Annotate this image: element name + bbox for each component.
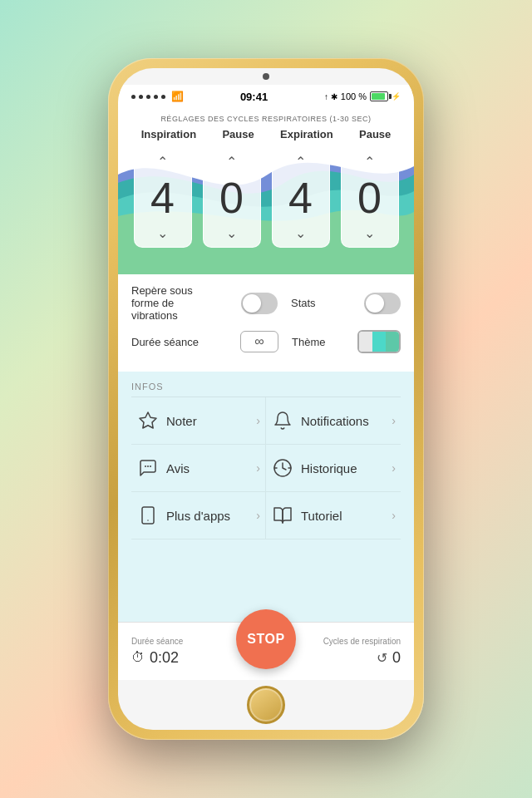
status-bar: 📶 09:41 ↑ ✱ 100 % ⚡: [118, 85, 414, 108]
menu-item-plus-apps[interactable]: Plus d'apps ›: [131, 492, 266, 539]
battery-icon: [370, 91, 388, 101]
phone-icon: [136, 504, 160, 527]
battery-percent: 100 %: [341, 91, 367, 101]
spinner-inspiration-value: 4: [150, 176, 175, 219]
spinner-expiration-down[interactable]: ⌄: [295, 227, 306, 240]
vibration-toggle[interactable]: [241, 293, 278, 314]
label-expiration: Expiration: [280, 128, 333, 140]
status-battery-area: ↑ ✱ 100 % ⚡: [324, 91, 401, 101]
spinner-inspiration-down[interactable]: ⌄: [157, 227, 168, 240]
infos-section: INFOS Noter ›: [118, 372, 414, 539]
infinity-symbol: ∞: [254, 334, 264, 349]
tutoriel-chevron: ›: [392, 509, 396, 522]
battery-fill: [372, 93, 385, 100]
label-inspiration: Inspiration: [141, 128, 196, 140]
menu-item-tutoriel[interactable]: Tutoriel ›: [266, 492, 401, 539]
controls-section: Repère sousforme devibrations Stats Duré…: [118, 274, 414, 372]
clock-icon: ⏱: [131, 650, 145, 665]
theme-swatch[interactable]: [357, 330, 401, 353]
historique-label: Historique: [301, 461, 385, 475]
spinner-pause2-value: 0: [357, 176, 382, 219]
wave-header: RÉGLAGES DES CYCLES RESPIRATOIRES (1-30 …: [118, 108, 414, 274]
menu-item-notifications[interactable]: Notifications ›: [266, 397, 401, 445]
stats-knob: [366, 294, 384, 313]
spinner-expiration: ⌃ 4 ⌄: [272, 148, 330, 248]
swatch-teal: [372, 332, 386, 352]
spinner-inspiration: ⌃ 4 ⌄: [134, 148, 192, 248]
bottom-stat-right: Cycles de respiration ↺ 0: [323, 637, 401, 667]
svg-rect-7: [142, 507, 154, 524]
bell-icon: [271, 409, 294, 432]
spinner-expiration-value: 4: [288, 176, 313, 219]
tutoriel-label: Tutoriel: [301, 509, 385, 523]
screen: RÉGLAGES DES CYCLES RESPIRATOIRES (1-30 …: [118, 108, 414, 680]
duree-label: Durée séance: [131, 336, 240, 348]
avis-label: Avis: [166, 461, 249, 475]
stop-button[interactable]: STOP: [236, 609, 296, 669]
bottom-bar: Durée séance ⏱ 0:02 STOP Cycles de respi…: [118, 622, 414, 680]
swatch-green: [386, 332, 399, 352]
svg-marker-0: [140, 412, 156, 428]
menu-item-noter[interactable]: Noter ›: [131, 397, 266, 445]
duree-seance-value-row: ⏱ 0:02: [131, 649, 179, 667]
duree-seance-label: Durée séance: [131, 637, 183, 646]
camera-dot: [263, 73, 269, 80]
spinner-pause1-value: 0: [219, 176, 244, 219]
spinner-pause2: ⌃ 0 ⌄: [341, 148, 399, 248]
spinner-pause2-down[interactable]: ⌄: [364, 227, 375, 240]
status-signal: 📶: [131, 91, 184, 102]
menu-item-avis[interactable]: Avis ›: [131, 445, 266, 492]
label-pause1: Pause: [222, 128, 254, 140]
phone-frame: 📶 09:41 ↑ ✱ 100 % ⚡: [108, 58, 424, 740]
svg-point-1: [145, 466, 146, 467]
duree-seance-value: 0:02: [150, 649, 179, 667]
notifications-chevron: ›: [392, 414, 396, 427]
spinner-inspiration-up[interactable]: ⌃: [157, 155, 168, 169]
menu-grid: Noter › Notifications ›: [131, 397, 401, 539]
cycles-value: 0: [392, 649, 401, 667]
theme-label: Thème: [292, 336, 357, 348]
settings-title: RÉGLAGES DES CYCLES RESPIRATOIRES (1-30 …: [118, 115, 414, 123]
chart-icon: [271, 456, 294, 480]
svg-point-2: [147, 466, 149, 467]
spinners-row: ⌃ 4 ⌄ ⌃ 0 ⌄ ⌃ 4 ⌄ ⌃: [118, 148, 414, 248]
notifications-label: Notifications: [301, 414, 385, 428]
plus-apps-chevron: ›: [256, 509, 260, 522]
infos-title: INFOS: [131, 372, 401, 397]
top-notch: [118, 68, 414, 85]
home-button-area: [118, 680, 414, 730]
vibration-label: Repère sousforme devibrations: [131, 284, 241, 322]
controls-row1: Repère sousforme devibrations Stats: [131, 284, 401, 322]
status-time: 09:41: [240, 91, 268, 103]
stop-label: STOP: [247, 632, 284, 647]
spinner-pause1: ⌃ 0 ⌄: [203, 148, 261, 248]
svg-point-3: [150, 466, 151, 467]
noter-label: Noter: [166, 414, 249, 428]
spinner-pause2-up[interactable]: ⌃: [364, 155, 375, 169]
noter-chevron: ›: [256, 414, 260, 427]
cycles-value-row: ↺ 0: [377, 649, 401, 667]
cycle-labels: Inspiration Pause Expiration Pause: [118, 128, 414, 140]
book-icon: [271, 504, 294, 527]
vibration-knob: [243, 294, 261, 313]
label-pause2: Pause: [359, 128, 391, 140]
chat-icon: [136, 456, 160, 480]
bottom-stat-left: Durée séance ⏱ 0:02: [131, 637, 183, 667]
infinity-button[interactable]: ∞: [240, 331, 278, 352]
controls-row2: Durée séance ∞ Thème: [131, 330, 401, 353]
cycle-icon: ↺: [377, 650, 387, 666]
cycles-label: Cycles de respiration: [323, 637, 401, 646]
stats-toggle[interactable]: [364, 293, 401, 314]
home-button[interactable]: [247, 686, 285, 724]
avis-chevron: ›: [256, 461, 260, 475]
swatch-gray: [359, 332, 372, 352]
phone-inner: 📶 09:41 ↑ ✱ 100 % ⚡: [118, 68, 414, 730]
historique-chevron: ›: [392, 461, 396, 475]
stats-label: Stats: [291, 297, 364, 309]
star-icon: [136, 409, 160, 432]
spinner-pause1-up[interactable]: ⌃: [226, 155, 237, 169]
spinner-pause1-down[interactable]: ⌄: [226, 227, 237, 240]
menu-item-historique[interactable]: Historique ›: [266, 445, 401, 492]
plus-apps-label: Plus d'apps: [166, 509, 249, 523]
spinner-expiration-up[interactable]: ⌃: [295, 155, 306, 169]
